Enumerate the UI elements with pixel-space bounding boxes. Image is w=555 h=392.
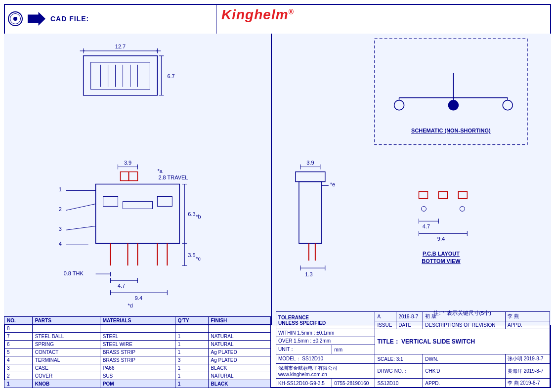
bom-cell: 4	[4, 356, 33, 364]
svg-text:12.7: 12.7	[115, 44, 126, 49]
svg-rect-36	[157, 196, 172, 206]
svg-text:BOTTOM VIEW: BOTTOM VIEW	[422, 258, 461, 264]
info-table: TOLERANCE UNLESS SPECIFIED A 2019-8-7 初 …	[276, 311, 550, 388]
bom-cell: STEEL	[100, 333, 175, 341]
bom-header-cell: MATERIALS	[100, 317, 175, 325]
bom-cell: SPRING	[32, 341, 100, 348]
drawing-area: 12.7 6.7 3.9 *a 2.8 TRAVEL 1	[4, 34, 551, 325]
svg-line-29	[66, 204, 96, 210]
bom-cell: COVER	[32, 372, 100, 380]
svg-text:SCHEMATIC (NON-SHORTING): SCHEMATIC (NON-SHORTING)	[411, 128, 491, 133]
bom-cell: SUS	[100, 372, 175, 380]
bom-cell: Ag PLATED	[208, 356, 270, 364]
bom-cell	[175, 325, 208, 333]
bom-row: 6SPRINGSTEEL WIRE1NATURAL	[4, 341, 271, 348]
bom-cell: POM	[100, 380, 175, 388]
svg-point-98	[503, 100, 512, 110]
bom-cell: 2	[4, 372, 33, 380]
bom-cell	[208, 325, 270, 333]
bom-cell: CASE	[32, 364, 100, 372]
svg-rect-80	[458, 191, 467, 198]
bom-cell: NATURAL	[208, 333, 270, 341]
svg-text:4.7: 4.7	[423, 223, 430, 229]
svg-text:9.4: 9.4	[437, 236, 445, 242]
cad-file-box: CAD FILE:	[4, 4, 216, 34]
bom-cell: CONTACT	[32, 348, 100, 356]
svg-text:4.7: 4.7	[118, 283, 125, 289]
cad-file-label: CAD FILE:	[50, 15, 89, 23]
bom-table: NO.PARTSMATERIALSQ'TYFINISH87STEEL BALLS…	[4, 316, 271, 388]
bom-cell: NATURAL	[208, 372, 270, 380]
bom-cell	[100, 325, 175, 333]
svg-text:2: 2	[59, 206, 62, 212]
svg-text:*a: *a	[157, 168, 163, 174]
bom-header-cell: NO.	[4, 317, 33, 325]
bom-row: 2COVERSUS1NATURAL	[4, 372, 271, 380]
svg-point-96	[394, 100, 404, 110]
bom-cell: Ag PLATED	[208, 348, 270, 356]
svg-rect-69	[299, 181, 322, 243]
svg-text:4: 4	[59, 241, 62, 247]
svg-point-81	[422, 206, 427, 211]
bom-cell: 1	[175, 364, 208, 372]
svg-text:3.9: 3.9	[306, 160, 314, 166]
svg-point-82	[460, 206, 465, 211]
bom-cell: KNOB	[32, 380, 100, 388]
bom-cell: TERMINAL	[32, 356, 100, 364]
svg-text:*c: *c	[196, 256, 201, 261]
svg-text:3.9: 3.9	[124, 160, 131, 166]
arrow-shape	[28, 12, 45, 26]
svg-text:0.8 THK: 0.8 THK	[64, 270, 84, 276]
logo-text: Kinghelm®	[221, 7, 294, 23]
bom-cell: 1	[175, 341, 208, 348]
svg-rect-35	[103, 196, 118, 206]
svg-line-31	[66, 226, 96, 230]
logo-area: Kinghelm®	[216, 4, 299, 26]
bom-cell: BRASS STRIP	[100, 356, 175, 364]
bom-cell: BRASS STRIP	[100, 348, 175, 356]
svg-rect-78	[419, 191, 428, 198]
bom-cell: STEEL BALL	[32, 333, 100, 341]
bom-cell	[32, 325, 100, 333]
svg-text:3: 3	[59, 226, 62, 232]
tolerance-cell: TOLERANCE UNLESS SPECIFIED	[276, 312, 375, 329]
bom-header-cell: Q'TY	[175, 317, 208, 325]
bom-cell: PA66	[100, 364, 175, 372]
svg-text:3.5: 3.5	[188, 252, 195, 258]
bom-cell: STEEL WIRE	[100, 341, 175, 348]
target-icon	[8, 11, 23, 26]
bom-row: 3CASEPA661BLACK	[4, 364, 271, 372]
svg-text:9.4: 9.4	[135, 295, 142, 301]
svg-point-97	[448, 100, 458, 110]
bom-cell: 3	[175, 356, 208, 364]
svg-rect-7	[91, 62, 150, 89]
svg-text:6.3: 6.3	[188, 211, 195, 217]
bom-cell: 8	[4, 325, 33, 333]
svg-rect-37	[123, 201, 153, 209]
bom-cell: 1	[175, 333, 208, 341]
bom-cell: BLACK	[208, 364, 270, 372]
svg-text:2.8 TRAVEL: 2.8 TRAVEL	[158, 174, 188, 180]
bom-cell: 5	[4, 348, 33, 356]
svg-text:*b: *b	[196, 214, 201, 219]
bom-cell: 7	[4, 333, 33, 341]
bom-cell: 1	[175, 348, 208, 356]
bom-row: 5CONTACTBRASS STRIP1Ag PLATED	[4, 348, 271, 356]
svg-text:*e: *e	[330, 181, 335, 187]
bom-row: 1KNOBPOM1BLACK	[4, 380, 271, 388]
svg-text:6.7: 6.7	[167, 73, 174, 79]
bom-row: 4TERMINALBRASS STRIP3Ag PLATED	[4, 356, 271, 364]
bom-cell: 3	[4, 364, 33, 372]
bom-cell: BLACK	[208, 380, 270, 388]
bom-header-cell: FINISH	[208, 317, 270, 325]
svg-text:1: 1	[59, 186, 62, 192]
bom-cell: 1	[175, 380, 208, 388]
bom-cell: 1	[4, 380, 33, 388]
svg-text:P.C.B LAYOUT: P.C.B LAYOUT	[423, 251, 460, 257]
bom-header-cell: PARTS	[32, 317, 100, 325]
svg-rect-34	[96, 184, 180, 243]
bom-row: 8	[4, 325, 271, 333]
bom-cell: NATURAL	[208, 341, 270, 348]
bom-cell: 1	[175, 372, 208, 380]
bom-row: 7STEEL BALLSTEEL1NATURAL	[4, 333, 271, 341]
